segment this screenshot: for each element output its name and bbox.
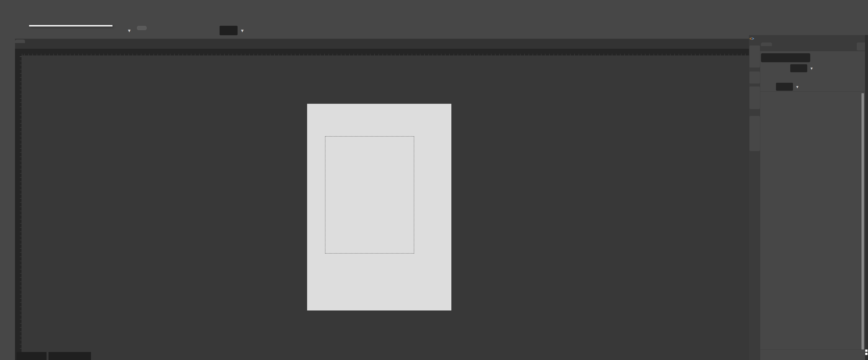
panel-collapse-left-icon[interactable]: <> (749, 36, 754, 41)
title-bar (0, 0, 868, 11)
status-dimensions (49, 352, 91, 360)
layers-panel-body: ▼ ▼ (760, 51, 865, 360)
ruler-vertical (15, 56, 22, 360)
document-canvas[interactable] (307, 104, 452, 310)
photopea-app: ▼ ▼ <> (0, 0, 868, 360)
opacity-caret-icon[interactable]: ▼ (810, 66, 813, 70)
opacity-value[interactable] (790, 64, 807, 72)
side-group-misc (749, 116, 760, 151)
fill-value[interactable] (776, 83, 793, 91)
tolerance-caret-icon[interactable]: ▼ (240, 28, 245, 33)
chevron-down-icon[interactable]: ▼ (127, 28, 131, 33)
fill-caret-icon[interactable]: ▼ (796, 85, 799, 89)
layers-scrollbar[interactable] (862, 93, 864, 350)
side-group-brush (749, 71, 760, 84)
panel-edge-strip (865, 35, 868, 360)
panel-tab-bar (760, 42, 865, 51)
selection-region[interactable] (325, 136, 414, 254)
ruler-corner (15, 49, 22, 56)
side-group-text (749, 87, 760, 109)
panel-resize-grip[interactable] (865, 350, 868, 356)
canvas-area[interactable] (22, 56, 749, 360)
menu-bar (0, 11, 868, 24)
tool-bar (0, 39, 15, 360)
layers-bottom-bar (760, 350, 865, 360)
refine-edge-button[interactable] (137, 26, 147, 30)
panel-menu-button[interactable] (857, 42, 866, 51)
blend-mode-select[interactable] (761, 53, 810, 62)
document-tab[interactable] (15, 39, 25, 43)
document-tab-bar (0, 39, 749, 49)
right-panel: <> ▼ ▼ (749, 35, 868, 360)
status-zoom-level[interactable] (17, 352, 46, 360)
tolerance-input[interactable] (220, 26, 238, 35)
options-bar: ▼ ▼ (0, 24, 868, 39)
side-group-info (749, 45, 760, 67)
ruler-horizontal (22, 49, 749, 56)
edit-menu-dropdown (29, 25, 113, 27)
tab-layers[interactable] (761, 42, 772, 46)
